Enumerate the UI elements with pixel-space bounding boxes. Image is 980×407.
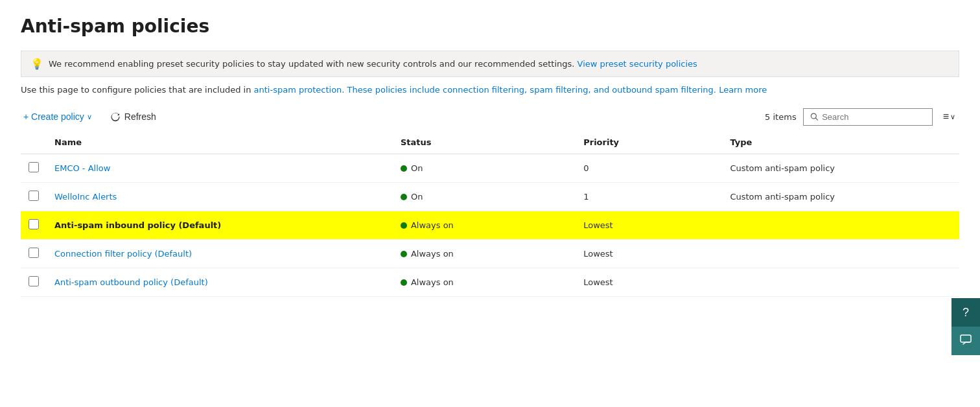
row-status-cell: Always on: [393, 240, 576, 268]
status-label: Always on: [411, 277, 454, 287]
row-priority-cell: Lowest: [576, 211, 722, 240]
table-row: EMCO - Allow On 0 Custom anti-spam polic…: [21, 154, 959, 183]
description-text: Use this page to configure policies that…: [21, 84, 959, 97]
row-name-cell: WelloInc Alerts: [47, 183, 393, 211]
search-input[interactable]: [822, 112, 925, 122]
search-icon: [810, 112, 819, 121]
row-status-cell: Always on: [393, 211, 576, 240]
header-name: Name: [47, 131, 393, 154]
status-dot: [401, 222, 407, 229]
row-name-cell: EMCO - Allow: [47, 154, 393, 183]
banner-icon: 💡: [30, 58, 43, 70]
help-icon: ?: [962, 306, 969, 320]
row-type-cell: Custom anti-spam policy: [722, 154, 959, 183]
page-title: Anti-spam policies: [21, 16, 959, 38]
row-checkbox-0[interactable]: [29, 162, 39, 172]
row-name-link[interactable]: EMCO - Allow: [54, 163, 110, 173]
status-label: Always on: [411, 220, 454, 230]
priority-value: Lowest: [583, 220, 612, 230]
status-dot: [401, 165, 407, 172]
header-checkbox-cell: [21, 131, 47, 154]
row-name-cell: Anti-spam inbound policy (Default): [47, 211, 393, 240]
row-type-cell: Custom anti-spam policy: [722, 183, 959, 211]
filter-button[interactable]: ≡ ∨: [939, 108, 959, 125]
toolbar: + Create policy ∨ Refresh 5 items ≡: [21, 108, 959, 126]
row-type-cell: [722, 268, 959, 297]
svg-rect-2: [961, 335, 971, 342]
row-checkbox-cell: [21, 268, 47, 297]
page-container: Anti-spam policies 💡 We recommend enabli…: [0, 0, 980, 407]
chat-icon: [959, 333, 972, 349]
search-box[interactable]: [803, 108, 933, 126]
row-priority-cell: Lowest: [576, 240, 722, 268]
table-row: Anti-spam outbound policy (Default) Alwa…: [21, 268, 959, 297]
row-checkbox-cell: [21, 154, 47, 183]
table-header-row: Name Status Priority Type: [21, 131, 959, 154]
filter-icon: ≡: [943, 111, 949, 122]
row-type-cell: [722, 240, 959, 268]
row-name-link[interactable]: Connection filter policy (Default): [54, 249, 192, 259]
header-priority: Priority: [576, 131, 722, 154]
toolbar-right: 5 items ≡ ∨: [765, 108, 959, 126]
chat-button[interactable]: [951, 327, 980, 355]
row-status-cell: On: [393, 183, 576, 211]
status-label: On: [411, 192, 423, 202]
table-row: Connection filter policy (Default) Alway…: [21, 240, 959, 268]
filter-chevron: ∨: [950, 113, 955, 121]
banner: 💡 We recommend enabling preset security …: [21, 51, 959, 77]
row-checkbox-1[interactable]: [29, 191, 39, 201]
row-priority-cell: Lowest: [576, 268, 722, 297]
table-row: WelloInc Alerts On 1 Custom anti-spam po…: [21, 183, 959, 211]
row-checkbox-cell: [21, 211, 47, 240]
row-name-link[interactable]: WelloInc Alerts: [54, 192, 117, 202]
priority-value: 1: [583, 192, 589, 202]
type-value: Custom anti-spam policy: [730, 192, 835, 202]
toolbar-left: + Create policy ∨ Refresh: [21, 108, 161, 126]
banner-text: We recommend enabling preset security po…: [49, 59, 697, 69]
table-row: Anti-spam inbound policy (Default) Alway…: [21, 211, 959, 240]
row-name-link[interactable]: Anti-spam inbound policy (Default): [54, 220, 221, 230]
row-checkbox-cell: [21, 240, 47, 268]
items-count: 5 items: [765, 112, 797, 122]
sidebar-buttons: ?: [951, 298, 980, 355]
status-dot: [401, 279, 407, 286]
create-policy-button[interactable]: + Create policy ∨: [21, 108, 95, 126]
table-body: EMCO - Allow On 0 Custom anti-spam polic…: [21, 154, 959, 297]
row-name-link[interactable]: Anti-spam outbound policy (Default): [54, 277, 208, 287]
row-status-cell: Always on: [393, 268, 576, 297]
row-checkbox-cell: [21, 183, 47, 211]
banner-link[interactable]: View preset security policies: [578, 59, 697, 69]
row-name-cell: Connection filter policy (Default): [47, 240, 393, 268]
learn-more-link[interactable]: Learn more: [719, 85, 767, 95]
row-priority-cell: 1: [576, 183, 722, 211]
svg-line-1: [815, 118, 817, 120]
create-chevron-icon: ∨: [87, 113, 92, 121]
status-label: On: [411, 163, 423, 173]
refresh-label: Refresh: [124, 111, 156, 122]
priority-value: 0: [583, 163, 589, 173]
priority-value: Lowest: [583, 277, 612, 287]
row-name-cell: Anti-spam outbound policy (Default): [47, 268, 393, 297]
policies-table: Name Status Priority Type EMCO - Allow: [21, 131, 959, 297]
priority-value: Lowest: [583, 249, 612, 259]
type-value: Custom anti-spam policy: [730, 163, 835, 173]
row-checkbox-3[interactable]: [29, 248, 39, 258]
create-policy-label: + Create policy: [23, 111, 84, 122]
status-dot: [401, 251, 407, 257]
row-status-cell: On: [393, 154, 576, 183]
header-type: Type: [722, 131, 959, 154]
help-button[interactable]: ?: [951, 298, 980, 327]
refresh-button[interactable]: Refresh: [105, 108, 161, 126]
row-checkbox-2[interactable]: [29, 219, 39, 229]
header-status: Status: [393, 131, 576, 154]
row-type-cell: [722, 211, 959, 240]
status-label: Always on: [411, 249, 454, 259]
refresh-icon: [110, 111, 121, 122]
status-dot: [401, 194, 407, 200]
row-priority-cell: 0: [576, 154, 722, 183]
row-checkbox-4[interactable]: [29, 276, 39, 286]
